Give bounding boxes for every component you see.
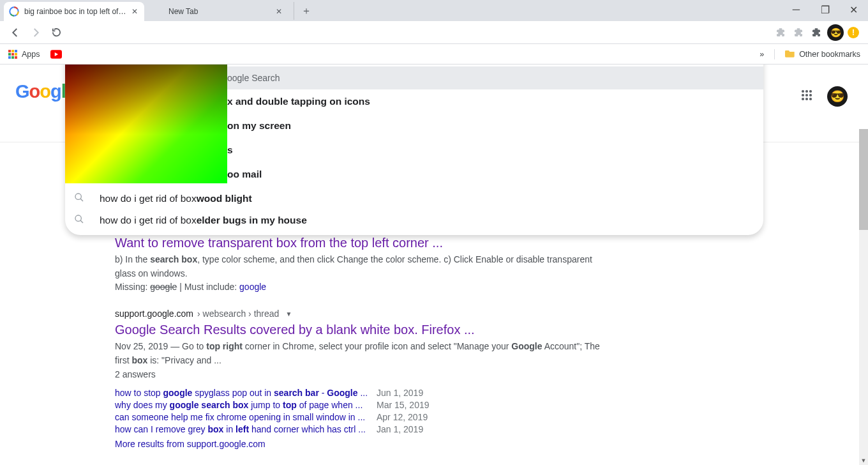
svg-point-12 [75,215,81,221]
close-window-button[interactable]: ✕ [839,0,868,19]
browser-tab-active[interactable]: big rainboe boc in top left of goo ✕ [4,2,144,21]
svg-rect-3 [15,50,17,52]
result-snippet: Nov 25, 2019 — Go to top right corner in… [115,340,600,367]
other-bookmarks-button[interactable]: Other bookmarks [785,49,860,59]
tab-strip: big rainboe boc in top left of goo ✕ New… [0,0,868,21]
more-results-link[interactable]: More results from support.google.com [115,439,266,449]
magnify-icon [74,214,86,227]
chevron-down-icon[interactable]: ▼ [285,310,292,317]
apps-grid-icon [8,49,18,59]
rainbow-box-artifact [65,65,227,183]
forward-button[interactable] [27,24,45,42]
browser-tab-inactive[interactable]: New Tab ✕ [148,2,288,21]
svg-rect-4 [8,53,11,56]
sub-result-date: Apr 12, 2019 [377,412,428,422]
scrollbar-vertical[interactable]: ▼ [859,129,868,465]
svg-rect-8 [11,56,14,59]
tab-title: big rainboe boc in top left of goo [24,7,126,16]
google-apps-button[interactable] [802,90,814,103]
reload-button[interactable] [47,24,65,42]
magnify-icon [74,192,86,205]
favicon-blank [153,6,163,17]
sub-result-date: Jun 1, 2019 [377,388,423,398]
sub-result-date: Mar 15, 2019 [377,400,430,410]
sub-result-row: how to stop google spyglass pop out in s… [115,388,600,398]
result-title-link[interactable]: Google Search Results covered by a blank… [115,323,600,337]
must-include-link[interactable]: google [239,282,266,292]
new-tab-button[interactable]: ＋ [294,2,311,20]
bookmark-overflow-button[interactable]: » [760,50,764,59]
extension-icon[interactable] [809,26,823,40]
close-icon[interactable]: ✕ [130,7,139,16]
sub-result-link[interactable]: can someone help me fix chrome opening i… [115,412,377,422]
svg-rect-7 [8,56,11,59]
extension-icon[interactable] [791,26,805,40]
alert-icon[interactable]: ! [848,27,859,38]
search-result: Want to remove transparent box from the … [115,236,600,292]
tab-title: New Tab [168,7,271,16]
bookmark-youtube[interactable] [50,50,62,59]
sub-result-link[interactable]: how to stop google spyglass pop out in s… [115,388,377,398]
window-controls: ─ ❐ ✕ [782,0,868,19]
page-content: Google 😎 oogle Search x and double tappi… [0,65,868,465]
result-breadcrumb[interactable]: support.google.com › websearch › thread▼ [115,309,600,319]
sub-result-row: how can I remove grey box in left hand c… [115,424,600,434]
search-suggestion[interactable]: how do i get rid of boxwood blight [65,187,763,211]
svg-rect-5 [11,53,14,56]
maximize-button[interactable]: ❐ [811,0,839,19]
search-results: Want to remove transparent box from the … [115,236,600,465]
result-answers: 2 answers [115,369,600,379]
search-suggestion[interactable]: how do i get rid of boxelder bugs in my … [65,211,763,235]
result-meta: Missing: google | Must include: google [115,282,600,292]
svg-rect-9 [15,56,17,59]
back-button[interactable] [6,24,24,42]
sub-result-row: why does my google search box jump to to… [115,400,600,410]
account-avatar[interactable]: 😎 [827,86,848,107]
svg-rect-6 [15,53,17,56]
sub-result-link[interactable]: how can I remove grey box in left hand c… [115,424,377,434]
other-bookmarks-label: Other bookmarks [799,50,860,59]
sub-result-link[interactable]: why does my google search box jump to to… [115,400,377,410]
sub-result-date: Jan 1, 2019 [377,424,423,434]
svg-rect-1 [8,50,11,52]
separator [774,49,775,59]
profile-avatar[interactable]: 😎 [827,24,844,41]
apps-button[interactable]: Apps [8,49,40,59]
svg-point-11 [75,194,81,199]
favicon-google [9,6,19,17]
address-bar: 😎 ! [0,21,868,44]
result-snippet: b) In the search box, type color scheme,… [115,253,600,280]
sub-result-row: can someone help me fix chrome opening i… [115,412,600,422]
svg-rect-2 [11,50,14,52]
scroll-down-arrow[interactable]: ▼ [859,456,868,465]
search-result: support.google.com › websearch › thread▼… [115,309,600,448]
apps-label: Apps [22,50,40,59]
minimize-button[interactable]: ─ [782,0,811,19]
result-title-link[interactable]: Want to remove transparent box from the … [115,236,600,250]
folder-icon [785,49,795,59]
close-icon[interactable]: ✕ [274,7,283,16]
bookmarks-bar: Apps » Other bookmarks [0,44,868,65]
scrollbar-thumb[interactable] [859,129,868,230]
extension-icon[interactable] [774,26,788,40]
